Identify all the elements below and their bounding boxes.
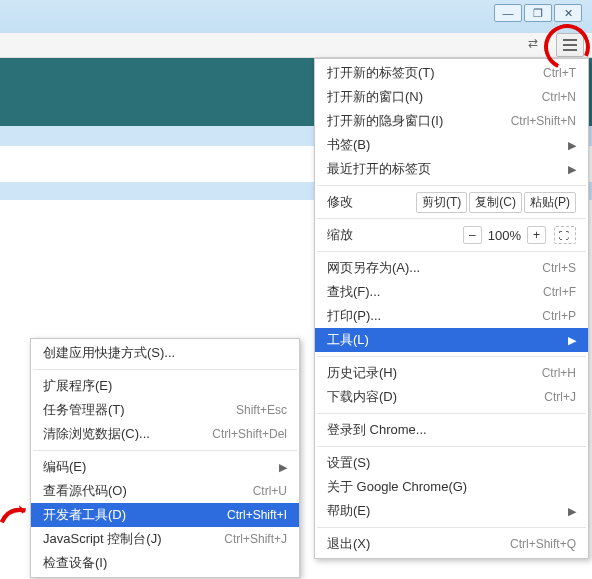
menu-downloads[interactable]: 下载内容(D) Ctrl+J xyxy=(315,385,588,409)
submenu-create-shortcut[interactable]: 创建应用快捷方式(S)... xyxy=(31,341,299,365)
separator xyxy=(317,218,586,219)
menu-label: 网页另存为(A)... xyxy=(327,259,542,277)
menu-signin[interactable]: 登录到 Chrome... xyxy=(315,418,588,442)
menu-label: 打开新的标签页(T) xyxy=(327,64,543,82)
menu-new-window[interactable]: 打开新的窗口(N) Ctrl+N xyxy=(315,85,588,109)
menu-label: 修改 xyxy=(327,193,416,211)
menu-label: 设置(S) xyxy=(327,454,576,472)
menu-accel: Ctrl+Shift+N xyxy=(511,114,576,128)
menu-label: 任务管理器(T) xyxy=(43,401,236,419)
menu-label: 打开新的隐身窗口(I) xyxy=(327,112,511,130)
separator xyxy=(33,369,297,370)
toolbar xyxy=(0,33,592,58)
menu-exit[interactable]: 退出(X) Ctrl+Shift+Q xyxy=(315,532,588,556)
menu-label: 帮助(E) xyxy=(327,502,562,520)
submenu-inspect-devices[interactable]: 检查设备(I) xyxy=(31,551,299,575)
tools-submenu: 创建应用快捷方式(S)... 扩展程序(E) 任务管理器(T) Shift+Es… xyxy=(30,338,300,578)
menu-label: 关于 Google Chrome(G) xyxy=(327,478,576,496)
menu-about[interactable]: 关于 Google Chrome(G) xyxy=(315,475,588,499)
maximize-button[interactable]: ❐ xyxy=(524,4,552,22)
menu-button[interactable] xyxy=(556,33,584,57)
menu-accel: Shift+Esc xyxy=(236,403,287,417)
menu-label: 缩放 xyxy=(327,226,463,244)
menu-label: 退出(X) xyxy=(327,535,510,553)
separator xyxy=(317,251,586,252)
menu-accel: Ctrl+Shift+J xyxy=(224,532,287,546)
menu-help[interactable]: 帮助(E) ▶ xyxy=(315,499,588,523)
menu-accel: Ctrl+S xyxy=(542,261,576,275)
chevron-right-icon: ▶ xyxy=(568,163,576,176)
menu-zoom-row: 缩放 – 100% + ⛶ xyxy=(315,223,588,247)
submenu-clear-data[interactable]: 清除浏览数据(C)... Ctrl+Shift+Del xyxy=(31,422,299,446)
chevron-right-icon: ▶ xyxy=(568,505,576,518)
menu-accel: Ctrl+Shift+Del xyxy=(212,427,287,441)
menu-label: 创建应用快捷方式(S)... xyxy=(43,344,287,362)
menu-label: 扩展程序(E) xyxy=(43,377,287,395)
menu-accel: Ctrl+U xyxy=(253,484,287,498)
menu-label: 打开新的窗口(N) xyxy=(327,88,542,106)
window-controls: — ❐ ✕ xyxy=(494,4,582,22)
submenu-task-manager[interactable]: 任务管理器(T) Shift+Esc xyxy=(31,398,299,422)
minimize-button[interactable]: — xyxy=(494,4,522,22)
menu-accel: Ctrl+P xyxy=(542,309,576,323)
submenu-dev-tools[interactable]: 开发者工具(D) Ctrl+Shift+I xyxy=(31,503,299,527)
chrome-main-menu: 打开新的标签页(T) Ctrl+T 打开新的窗口(N) Ctrl+N 打开新的隐… xyxy=(314,58,589,559)
chevron-right-icon: ▶ xyxy=(568,139,576,152)
separator xyxy=(317,527,586,528)
menu-label: 打印(P)... xyxy=(327,307,542,325)
separator xyxy=(317,356,586,357)
chevron-right-icon: ▶ xyxy=(568,334,576,347)
submenu-js-console[interactable]: JavaScript 控制台(J) Ctrl+Shift+J xyxy=(31,527,299,551)
menu-accel: Ctrl+Shift+I xyxy=(227,508,287,522)
copy-button[interactable]: 复制(C) xyxy=(469,192,522,213)
menu-accel: Ctrl+H xyxy=(542,366,576,380)
menu-accel: Ctrl+N xyxy=(542,90,576,104)
separator xyxy=(317,446,586,447)
menu-edit-row: 修改 剪切(T) 复制(C) 粘贴(P) xyxy=(315,190,588,214)
zoom-out-button[interactable]: – xyxy=(463,226,482,244)
menu-label: 查看源代码(O) xyxy=(43,482,253,500)
zoom-in-button[interactable]: + xyxy=(527,226,546,244)
menu-label: 检查设备(I) xyxy=(43,554,287,572)
chevron-right-icon: ▶ xyxy=(279,461,287,474)
menu-tools[interactable]: 工具(L) ▶ xyxy=(315,328,588,352)
menu-label: 查找(F)... xyxy=(327,283,543,301)
separator xyxy=(317,413,586,414)
menu-label: 开发者工具(D) xyxy=(43,506,227,524)
paste-button[interactable]: 粘贴(P) xyxy=(524,192,576,213)
menu-label: 历史记录(H) xyxy=(327,364,542,382)
menu-label: 登录到 Chrome... xyxy=(327,421,576,439)
menu-bookmarks[interactable]: 书签(B) ▶ xyxy=(315,133,588,157)
menu-new-incognito[interactable]: 打开新的隐身窗口(I) Ctrl+Shift+N xyxy=(315,109,588,133)
translate-icon[interactable]: ⇄ xyxy=(528,36,546,54)
submenu-extensions[interactable]: 扩展程序(E) xyxy=(31,374,299,398)
menu-save-as[interactable]: 网页另存为(A)... Ctrl+S xyxy=(315,256,588,280)
menu-label: 清除浏览数据(C)... xyxy=(43,425,212,443)
annotation-arrow xyxy=(0,498,34,528)
menu-accel: Ctrl+Shift+Q xyxy=(510,537,576,551)
menu-label: 下载内容(D) xyxy=(327,388,544,406)
cut-button[interactable]: 剪切(T) xyxy=(416,192,467,213)
submenu-encoding[interactable]: 编码(E) ▶ xyxy=(31,455,299,479)
fullscreen-button[interactable]: ⛶ xyxy=(554,226,576,244)
menu-accel: Ctrl+F xyxy=(543,285,576,299)
menu-label: 工具(L) xyxy=(327,331,562,349)
close-button[interactable]: ✕ xyxy=(554,4,582,22)
menu-label: 编码(E) xyxy=(43,458,273,476)
menu-find[interactable]: 查找(F)... Ctrl+F xyxy=(315,280,588,304)
menu-label: JavaScript 控制台(J) xyxy=(43,530,224,548)
menu-label: 书签(B) xyxy=(327,136,562,154)
submenu-view-source[interactable]: 查看源代码(O) Ctrl+U xyxy=(31,479,299,503)
separator xyxy=(317,185,586,186)
menu-accel: Ctrl+J xyxy=(544,390,576,404)
separator xyxy=(33,450,297,451)
menu-label: 最近打开的标签页 xyxy=(327,160,562,178)
menu-settings[interactable]: 设置(S) xyxy=(315,451,588,475)
menu-new-tab[interactable]: 打开新的标签页(T) Ctrl+T xyxy=(315,61,588,85)
zoom-percent: 100% xyxy=(488,228,521,243)
menu-history[interactable]: 历史记录(H) Ctrl+H xyxy=(315,361,588,385)
menu-recent-tabs[interactable]: 最近打开的标签页 ▶ xyxy=(315,157,588,181)
menu-print[interactable]: 打印(P)... Ctrl+P xyxy=(315,304,588,328)
menu-accel: Ctrl+T xyxy=(543,66,576,80)
